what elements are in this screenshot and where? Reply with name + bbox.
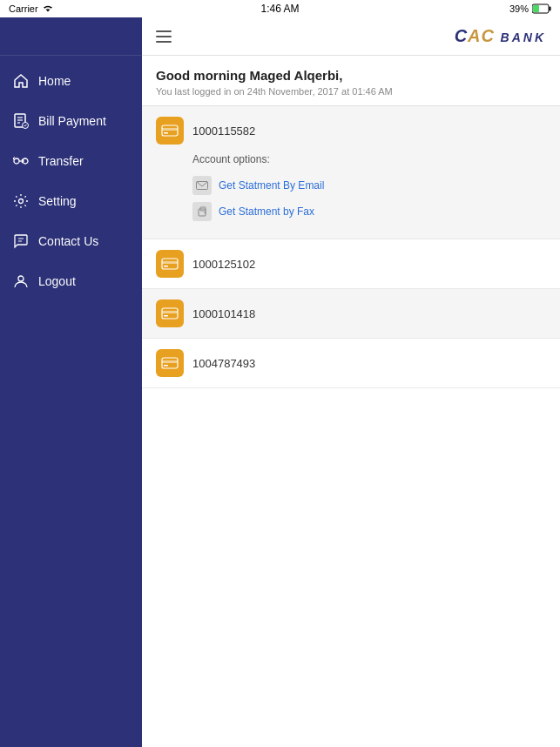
welcome-last-login: You last logged in on 24th November, 201… (156, 86, 546, 97)
sidebar-header (0, 17, 142, 56)
svg-rect-25 (162, 311, 178, 313)
account-row-3: 1000101418 (156, 299, 546, 327)
app-logo: CAC BANK (455, 26, 546, 46)
email-icon (192, 176, 212, 195)
hamburger-line-3 (156, 41, 172, 43)
account-options-1: Account options: Get Statment By Email (156, 145, 546, 228)
account-item-2[interactable]: 1000125102 (142, 239, 560, 289)
logo-ac: AC (468, 26, 495, 45)
battery-label: 39% (509, 3, 529, 14)
status-left: Carrier (9, 3, 54, 14)
account-row-1: 1000115582 (156, 117, 546, 145)
status-bar: Carrier 1:46 AM 39% (0, 0, 560, 17)
svg-rect-29 (164, 365, 168, 367)
svg-rect-16 (164, 132, 168, 134)
account-number-4: 1004787493 (192, 357, 255, 370)
sidebar-item-transfer-label: Transfer (38, 154, 84, 168)
svg-rect-26 (164, 315, 168, 317)
sidebar-item-home-label: Home (38, 74, 71, 88)
account-row-2: 1000125102 (156, 250, 546, 278)
svg-point-8 (14, 158, 19, 164)
welcome-greeting: Good morning Maged Alqerbi, (156, 68, 546, 83)
svg-point-13 (18, 276, 24, 281)
logout-icon (12, 273, 30, 290)
sidebar-item-logout[interactable]: Logout (0, 261, 142, 301)
sidebar-item-setting-label: Setting (38, 194, 77, 208)
sidebar-item-logout-label: Logout (38, 274, 76, 288)
main-content: CAC BANK Good morning Maged Alqerbi, You… (142, 17, 560, 747)
svg-rect-15 (162, 128, 178, 131)
wifi-icon (42, 4, 54, 13)
account-number-1: 1000115582 (192, 124, 255, 138)
logo-bank: BANK (501, 30, 546, 44)
sidebar-item-contact-us[interactable]: Contact Us (0, 221, 142, 261)
contact-icon (12, 232, 30, 250)
account-icon-4 (156, 349, 184, 377)
top-bar: CAC BANK (142, 17, 560, 56)
sidebar-item-home[interactable]: Home (0, 61, 142, 101)
hamburger-line-2 (156, 36, 172, 37)
account-icon-3 (156, 299, 184, 327)
account-option-email[interactable]: Get Statment By Email (192, 172, 546, 199)
svg-rect-28 (162, 360, 178, 363)
account-icon-1 (156, 117, 184, 145)
account-number-2: 1000125102 (192, 258, 255, 271)
logo-c: C (455, 26, 468, 45)
account-item-1[interactable]: 1000115582 Account options: Get Statment… (142, 106, 560, 239)
status-time: 1:46 AM (260, 3, 299, 15)
account-number-3: 1000101418 (192, 307, 255, 320)
bill-icon (12, 112, 30, 130)
account-option-email-label: Get Statment By Email (219, 179, 324, 192)
welcome-section: Good morning Maged Alqerbi, You last log… (142, 56, 560, 106)
hamburger-line-1 (156, 30, 172, 32)
fax-icon (192, 202, 212, 221)
sidebar: Home Bill Payment (0, 17, 142, 747)
svg-point-20 (205, 212, 206, 214)
sidebar-nav: Home Bill Payment (0, 56, 142, 301)
sidebar-item-transfer[interactable]: Transfer (0, 141, 142, 181)
status-right: 39% (509, 3, 551, 14)
account-option-fax[interactable]: Get Statment by Fax (192, 199, 546, 225)
svg-rect-23 (164, 266, 168, 267)
sidebar-item-contact-us-label: Contact Us (38, 234, 98, 248)
sidebar-item-setting[interactable]: Setting (0, 181, 142, 221)
hamburger-menu-button[interactable] (156, 30, 172, 43)
account-list: 1000115582 Account options: Get Statment… (142, 106, 560, 747)
home-icon (12, 72, 30, 90)
carrier-label: Carrier (9, 3, 38, 14)
account-item-4[interactable]: 1004787493 (142, 339, 560, 388)
sidebar-item-bill-payment[interactable]: Bill Payment (0, 101, 142, 141)
account-item-3[interactable]: 1000101418 (142, 289, 560, 339)
account-options-label-1: Account options: (192, 153, 546, 165)
svg-rect-22 (162, 261, 178, 264)
svg-point-10 (19, 199, 24, 204)
app-container: Home Bill Payment (0, 17, 560, 747)
sidebar-item-bill-payment-label: Bill Payment (38, 114, 106, 128)
svg-rect-1 (550, 7, 551, 11)
battery-icon (532, 3, 551, 14)
svg-rect-2 (533, 5, 539, 12)
account-option-fax-label: Get Statment by Fax (219, 205, 314, 218)
account-row-4: 1004787493 (156, 349, 546, 377)
account-icon-2 (156, 250, 184, 278)
transfer-icon (12, 152, 30, 170)
settings-icon (12, 192, 30, 210)
